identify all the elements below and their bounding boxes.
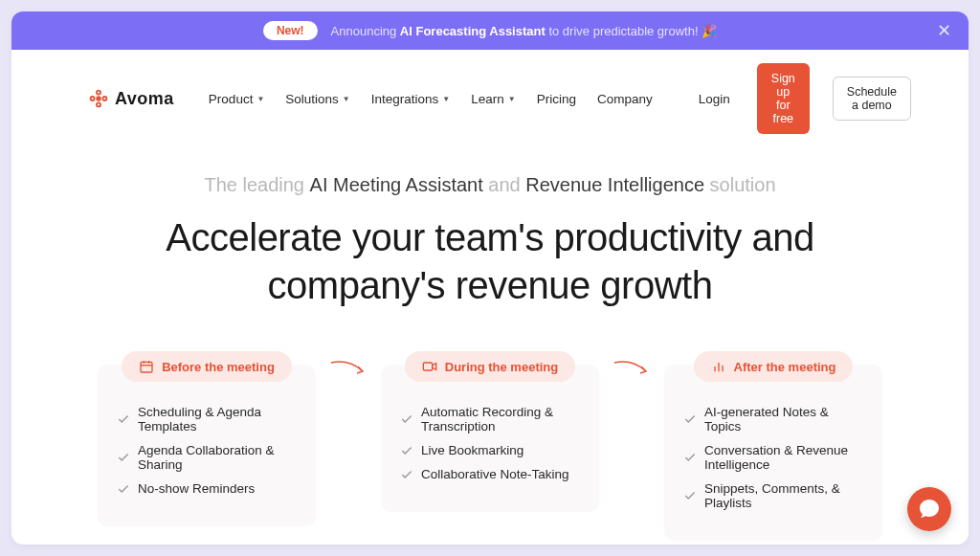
stage-label: Before the meeting [162, 360, 275, 374]
feature-item: Collaborative Note-Taking [400, 467, 580, 481]
stage-pill-during[interactable]: During the meeting [405, 351, 575, 382]
arrow-icon [329, 351, 368, 380]
navbar: Avoma Product▼ Solutions▼ Integrations▼ … [11, 50, 969, 147]
logo-icon [88, 88, 109, 109]
svg-point-0 [97, 91, 100, 95]
calendar-icon [139, 359, 154, 374]
arrow-icon [612, 351, 651, 380]
signup-button[interactable]: Sign up for free [757, 63, 810, 134]
hero-headline: Accelerate your team's productivity andc… [69, 213, 911, 309]
stage-after: After the meeting AI-generated Notes & T… [664, 351, 882, 541]
feature-item: AI-generated Notes & Topics [683, 405, 863, 434]
video-icon [422, 359, 437, 374]
hero: The leading AI Meeting Assistant and Rev… [11, 147, 969, 328]
nav-learn[interactable]: Learn▼ [471, 92, 515, 106]
banner-text: Announcing AI Forecasting Assistant to d… [331, 24, 718, 38]
chevron-down-icon: ▼ [508, 95, 516, 103]
check-icon [400, 412, 413, 426]
feature-item: Agenda Collaboration & Sharing [117, 443, 297, 472]
chat-widget-button[interactable] [907, 487, 951, 531]
nav-integrations[interactable]: Integrations▼ [371, 92, 450, 106]
stage-box: Automatic Recording & Transcription Live… [381, 365, 599, 512]
check-icon [117, 451, 130, 464]
close-icon[interactable]: ✕ [937, 22, 951, 39]
feature-item: No-show Reminders [117, 481, 297, 496]
svg-marker-10 [432, 364, 435, 370]
new-badge: New! [263, 21, 318, 40]
feature-item: Automatic Recording & Transcription [400, 405, 580, 434]
svg-point-2 [91, 97, 95, 100]
hero-subheading: The leading AI Meeting Assistant and Rev… [69, 174, 911, 196]
nav-links: Product▼ Solutions▼ Integrations▼ Learn▼… [209, 92, 653, 106]
svg-rect-9 [423, 363, 432, 370]
page-container: New! Announcing AI Forecasting Assistant… [11, 11, 969, 545]
check-icon [683, 489, 697, 502]
logo[interactable]: Avoma [88, 88, 174, 109]
stages-row: Before the meeting Scheduling & Agenda T… [11, 328, 969, 541]
feature-item: Live Bookmarking [400, 443, 580, 457]
stage-box: AI-generated Notes & Topics Conversation… [664, 365, 882, 541]
announcement-banner[interactable]: New! Announcing AI Forecasting Assistant… [11, 11, 969, 50]
chat-icon [918, 498, 941, 521]
stage-label: During the meeting [445, 360, 558, 374]
svg-point-3 [102, 97, 106, 100]
chevron-down-icon: ▼ [256, 95, 264, 103]
chevron-down-icon: ▼ [343, 95, 350, 103]
check-icon [400, 468, 413, 481]
check-icon [683, 412, 697, 426]
stage-during: During the meeting Automatic Recording &… [381, 351, 599, 512]
stage-pill-after[interactable]: After the meeting [694, 351, 854, 382]
svg-rect-5 [141, 362, 152, 372]
nav-company[interactable]: Company [597, 92, 653, 106]
nav-solutions[interactable]: Solutions▼ [285, 92, 349, 106]
chevron-down-icon: ▼ [442, 95, 450, 103]
feature-item: Conversation & Revenue Intelligence [683, 443, 863, 472]
check-icon [683, 451, 697, 464]
nav-product[interactable]: Product▼ [209, 92, 264, 106]
bar-chart-icon [711, 359, 726, 374]
feature-item: Snippets, Comments, & Playlists [683, 481, 863, 510]
check-icon [117, 412, 130, 426]
check-icon [400, 444, 413, 457]
feature-item: Scheduling & Agenda Templates [117, 405, 297, 434]
login-link[interactable]: Login [699, 92, 730, 106]
stage-label: After the meeting [734, 360, 836, 374]
svg-point-4 [96, 96, 101, 101]
stage-before: Before the meeting Scheduling & Agenda T… [98, 351, 316, 526]
check-icon [117, 482, 130, 496]
nav-pricing[interactable]: Pricing [537, 92, 576, 106]
stage-box: Scheduling & Agenda Templates Agenda Col… [98, 365, 316, 526]
svg-point-1 [97, 102, 100, 106]
schedule-demo-button[interactable]: Schedule a demo [833, 77, 911, 121]
stage-pill-before[interactable]: Before the meeting [122, 351, 292, 382]
logo-text: Avoma [115, 89, 174, 109]
